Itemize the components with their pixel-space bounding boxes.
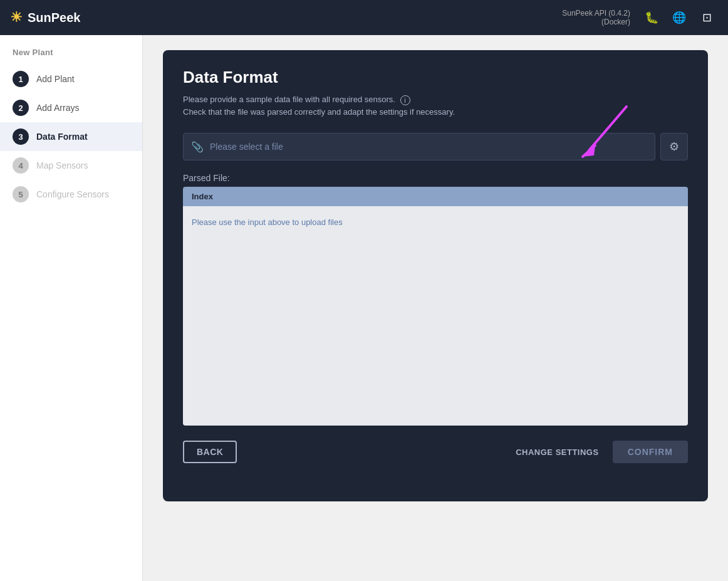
confirm-button[interactable]: CONFIRM [613, 441, 688, 463]
step-circle-5: 5 [13, 186, 29, 202]
sidebar-label-configure-sensors: Configure Sensors [36, 189, 109, 199]
parsed-file-empty-text: Please use the input above to upload fil… [192, 217, 343, 227]
sidebar-label-add-arrays: Add Arrays [36, 103, 79, 113]
sidebar-item-add-plant[interactable]: 1 Add Plant [0, 65, 142, 93]
card-subtitle: Please provide a sample data file with a… [183, 93, 688, 118]
file-input-placeholder: Please select a file [210, 142, 283, 152]
data-format-card: Data Format Please provide a sample data… [163, 50, 708, 501]
subtitle-line1: Please provide a sample data file with a… [183, 95, 395, 104]
btn-group-right: CHANGE SETTINGS CONFIRM [508, 441, 688, 463]
paperclip-icon: 📎 [191, 141, 204, 153]
help-button[interactable]: ⊡ [695, 6, 718, 29]
card-footer: BACK CHANGE SETTINGS CONFIRM [183, 441, 688, 463]
sun-icon: ☀ [10, 9, 23, 26]
sidebar-label-add-plant: Add Plant [36, 74, 75, 84]
sidebar-label-data-format: Data Format [36, 132, 88, 142]
parsed-file-body: Please use the input above to upload fil… [183, 206, 688, 426]
main-content: Data Format Please provide a sample data… [143, 35, 728, 581]
parsed-file-header: Index [183, 187, 688, 206]
sidebar-item-configure-sensors: 5 Configure Sensors [0, 180, 142, 209]
globe-button[interactable]: 🌐 [668, 6, 690, 29]
settings-button[interactable]: ⚙ [660, 133, 688, 160]
app-title: SunPeek [28, 11, 80, 25]
navbar-right: SunPeek API (0.4.2) (Docker) 🐛 🌐 ⊡ [562, 6, 718, 29]
sidebar: New Plant 1 Add Plant 2 Add Arrays 3 Dat… [0, 35, 143, 581]
file-input-container[interactable]: 📎 Please select a file [183, 133, 655, 160]
navbar: ☀ SunPeek SunPeek API (0.4.2) (Docker) 🐛… [0, 0, 728, 35]
card-title: Data Format [183, 68, 688, 87]
parsed-file-label: Parsed File: [183, 173, 688, 183]
step-circle-2: 2 [13, 100, 29, 116]
sidebar-item-data-format[interactable]: 3 Data Format [0, 122, 142, 151]
layout: New Plant 1 Add Plant 2 Add Arrays 3 Dat… [0, 35, 728, 581]
step-circle-1: 1 [13, 71, 29, 87]
subtitle-line2: Check that the file was parsed correctly… [183, 107, 455, 117]
info-icon[interactable]: i [400, 95, 410, 105]
sidebar-item-add-arrays[interactable]: 2 Add Arrays [0, 93, 142, 122]
sidebar-item-map-sensors: 4 Map Sensors [0, 151, 142, 180]
sidebar-section-title: New Plant [0, 48, 142, 65]
step-circle-3: 3 [13, 128, 29, 145]
file-input-row: 📎 Please select a file ⚙ [183, 133, 688, 160]
api-label: SunPeek API (0.4.2) (Docker) [562, 9, 630, 26]
bug-button[interactable]: 🐛 [640, 6, 663, 29]
app-brand: ☀ SunPeek [10, 9, 80, 26]
parsed-file-table: Index Please use the input above to uplo… [183, 187, 688, 426]
step-circle-4: 4 [13, 157, 29, 174]
back-button[interactable]: BACK [183, 441, 237, 463]
change-settings-button[interactable]: CHANGE SETTINGS [508, 442, 606, 462]
sidebar-label-map-sensors: Map Sensors [36, 160, 88, 170]
